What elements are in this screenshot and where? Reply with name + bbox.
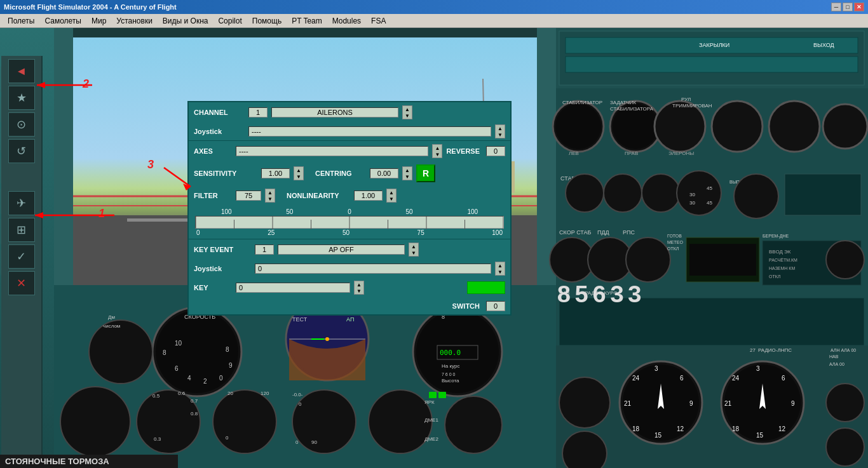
svg-text:-0.0-: -0.0-	[292, 392, 303, 398]
left-btn-1[interactable]: ◄	[8, 59, 35, 83]
svg-point-115	[369, 390, 432, 453]
nonlinearity-spinner[interactable]: ▲ ▼	[386, 189, 397, 203]
svg-point-160	[559, 377, 610, 428]
left-btn-4[interactable]: ↺	[8, 139, 35, 163]
menu-ustanovki[interactable]: Установки	[111, 15, 157, 27]
axes-label: AXES	[194, 147, 232, 155]
svg-rect-130	[438, 392, 446, 398]
svg-rect-23	[54, 28, 73, 307]
scale-top-100r: 100	[467, 208, 478, 215]
svg-text:21: 21	[724, 400, 732, 407]
svg-rect-70	[689, 244, 756, 276]
channel-text[interactable]: AILERONS	[271, 107, 398, 117]
nonlinearity-label: NONLINEARITY	[287, 192, 350, 199]
menu-vidy[interactable]: Виды и Окна	[158, 15, 214, 27]
key-value[interactable]: 0	[236, 283, 350, 293]
joystick-label: Joystick	[194, 128, 245, 135]
svg-text:18: 18	[732, 425, 740, 432]
joystick-value[interactable]: ----	[248, 126, 491, 137]
joystick-spinner[interactable]: ▲ ▼	[495, 124, 505, 138]
svg-rect-129	[429, 392, 437, 398]
svg-text:20: 20	[227, 391, 233, 396]
svg-text:0: 0	[226, 435, 229, 441]
svg-text:ЯРК: ЯРК	[424, 399, 435, 405]
svg-text:0: 0	[299, 401, 302, 407]
key-event-spinner[interactable]: ▲ ▼	[409, 243, 419, 257]
filter-spinner[interactable]: ▲ ▼	[265, 189, 275, 203]
svg-text:ЗАКРЫЛКИ: ЗАКРЫЛКИ	[699, 42, 729, 48]
left-btn-5[interactable]: ✈	[8, 191, 35, 215]
menu-mir[interactable]: Мир	[86, 15, 111, 27]
joystick-down[interactable]: ▼	[496, 131, 505, 138]
close-button[interactable]: ✕	[854, 3, 864, 11]
menu-samolety[interactable]: Самолеты	[39, 15, 86, 27]
menu-fsa[interactable]: FSA	[366, 15, 391, 27]
svg-text:9: 9	[791, 400, 795, 407]
left-btn-3[interactable]: ⊙	[8, 112, 35, 137]
left-btn-2[interactable]: ★	[8, 86, 35, 110]
menu-pt-team[interactable]: PT Team	[287, 15, 327, 27]
svg-point-52	[677, 171, 721, 215]
svg-text:АЛА 00: АЛА 00	[829, 362, 844, 366]
joystick2-value[interactable]: 0	[255, 264, 491, 274]
axes-spinner[interactable]: ▲ ▼	[432, 144, 442, 158]
svg-text:45: 45	[707, 200, 712, 206]
svg-text:ВЫХОД: ВЫХОД	[813, 42, 834, 48]
svg-text:24: 24	[732, 375, 740, 382]
svg-text:6: 6	[175, 365, 179, 372]
menu-polety[interactable]: Полеты	[3, 15, 39, 27]
minimize-button[interactable]: ─	[831, 3, 841, 11]
key-event-value[interactable]: 1	[255, 244, 274, 255]
left-btn-6[interactable]: ⊞	[8, 218, 35, 242]
centring-spinner[interactable]: ▲ ▼	[402, 166, 412, 180]
svg-text:СКОР СТАБ: СКОР СТАБ	[559, 229, 592, 236]
key-event-label: KEY EVENT	[194, 246, 251, 253]
svg-text:6: 6	[782, 375, 785, 382]
main-content: ✕ ЗАКРЫЛКИ ВЫХОД ЛЕВ ПРАВ СТАБИЛИ	[0, 28, 868, 468]
left-btn-x[interactable]: ✕	[8, 271, 35, 295]
svg-text:0.3: 0.3	[154, 436, 161, 442]
svg-text:30: 30	[689, 200, 695, 206]
centring-value[interactable]: 0.00	[370, 168, 398, 178]
menu-copilot[interactable]: Copilot	[213, 15, 247, 27]
nonlinearity-value[interactable]: 1.00	[354, 191, 383, 201]
scale-top-100l: 100	[221, 208, 232, 215]
joystick-up[interactable]: ▲	[496, 125, 505, 131]
svg-text:120: 120	[261, 391, 269, 396]
key-event-text[interactable]: AP OFF	[278, 244, 405, 255]
svg-text:0.5: 0.5	[153, 393, 160, 399]
axes-down[interactable]: ▼	[433, 151, 442, 157]
r-reset-button[interactable]: R	[416, 164, 435, 182]
scale-top-50r: 50	[406, 208, 413, 215]
channel-spinner[interactable]: ▲ ▼	[402, 105, 412, 119]
joystick-dialog: CHANNEL 1 AILERONS ▲ ▼ Joystick ---- ▲ ▼…	[187, 101, 512, 316]
channel-up[interactable]: ▲	[403, 106, 412, 112]
filter-value[interactable]: 75	[236, 191, 261, 201]
svg-text:6: 6	[680, 375, 684, 382]
axes-up[interactable]: ▲	[433, 145, 442, 151]
sensitivity-spinner[interactable]: ▲ ▼	[294, 166, 304, 180]
left-panel: ◄ ★ ⊙ ↺ ✈ ⊞ ✓ ✕	[1, 56, 43, 468]
menu-modules[interactable]: Modules	[327, 15, 366, 27]
axes-value[interactable]: ----	[236, 146, 428, 156]
svg-text:9: 9	[689, 400, 693, 407]
maximize-button[interactable]: □	[843, 3, 853, 11]
app-title: Microsoft Flight Simulator 2004 - A Cent…	[4, 3, 177, 11]
reverse-value[interactable]: 0	[486, 146, 505, 156]
channel-down[interactable]: ▼	[403, 112, 412, 119]
svg-text:ТРИММИРОВАН: ТРИММИРОВАН	[672, 103, 712, 109]
scale-tick-bar[interactable]	[195, 216, 504, 229]
key-spinner[interactable]: ▲ ▼	[354, 281, 364, 295]
svg-text:18: 18	[632, 425, 640, 432]
joystick2-spinner[interactable]: ▲ ▼	[495, 262, 505, 276]
svg-text:ОТКЛ: ОТКЛ	[769, 274, 781, 279]
key-label: KEY	[194, 284, 232, 291]
left-btn-7[interactable]: ✓	[8, 244, 35, 269]
svg-point-113	[213, 390, 276, 453]
title-bar: Microsoft Flight Simulator 2004 - A Cent…	[0, 0, 868, 14]
menu-pomosh[interactable]: Помощь	[247, 15, 287, 27]
channel-value[interactable]: 1	[248, 107, 268, 117]
switch-value[interactable]: 0	[486, 301, 505, 311]
sensitivity-value[interactable]: 1.00	[261, 168, 290, 178]
svg-text:Дм: Дм	[108, 314, 115, 320]
